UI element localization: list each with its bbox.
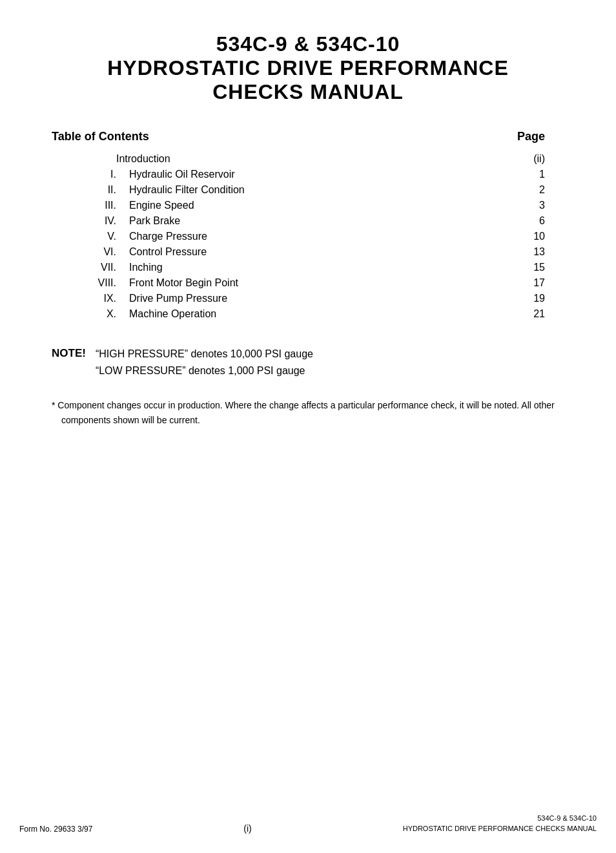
page: 534C-9 & 534C-10 HYDROSTATIC DRIVE PERFO… — [0, 0, 616, 853]
toc-number-4: IV. — [77, 215, 116, 227]
title-section: 534C-9 & 534C-10 HYDROSTATIC DRIVE PERFO… — [52, 32, 564, 104]
note-text: “HIGH PRESSURE” denotes 10,000 PSI gauge… — [96, 346, 313, 379]
toc-text-9: Drive Pump Pressure — [129, 293, 519, 304]
toc-text-8: Front Motor Begin Point — [129, 277, 519, 289]
toc-page-label: Page — [517, 130, 545, 143]
note-label: NOTE! — [52, 347, 86, 360]
toc-entry-4: IV. Park Brake 6 — [52, 215, 564, 227]
toc-number-8: VIII. — [77, 277, 116, 289]
toc-entry-1: I. Hydraulic Oil Reservoir 1 — [52, 169, 564, 180]
footnote-text: * Component changes occur in production.… — [61, 398, 564, 427]
toc-page-8: 17 — [519, 277, 545, 289]
toc-page-2: 2 — [519, 184, 545, 196]
toc-text-1: Hydraulic Oil Reservoir — [129, 169, 519, 180]
title-line2: HYDROSTATIC DRIVE PERFORMANCE — [52, 56, 564, 80]
toc-text-5: Charge Pressure — [129, 231, 519, 242]
toc-number-5: V. — [77, 231, 116, 242]
footer-right-line2: HYDROSTATIC DRIVE PERFORMANCE CHECKS MAN… — [403, 825, 597, 832]
toc-entry-10: X. Machine Operation 21 — [52, 308, 564, 320]
toc-entry-3: III. Engine Speed 3 — [52, 200, 564, 211]
toc-number-2: II. — [77, 184, 116, 196]
toc-header: Table of Contents Page — [52, 130, 564, 143]
footer-page-number: (i) — [243, 823, 251, 834]
toc-page-4: 6 — [519, 215, 545, 227]
toc-page-10: 21 — [519, 308, 545, 320]
note-section: NOTE! “HIGH PRESSURE” denotes 10,000 PSI… — [52, 346, 564, 379]
footnote-section: * Component changes occur in production.… — [52, 398, 564, 427]
toc-text-10: Machine Operation — [129, 308, 519, 320]
title-line3: CHECKS MANUAL — [52, 80, 564, 104]
toc-page-9: 19 — [519, 293, 545, 304]
toc-page-6: 13 — [519, 246, 545, 258]
toc-page-3: 3 — [519, 200, 545, 211]
toc-page-1: 1 — [519, 169, 545, 180]
toc-number-9: IX. — [77, 293, 116, 304]
note-line1: “HIGH PRESSURE” denotes 10,000 PSI gauge — [96, 348, 313, 359]
toc-number-3: III. — [77, 200, 116, 211]
footer-right: 534C-9 & 534C-10 HYDROSTATIC DRIVE PERFO… — [403, 814, 597, 834]
toc-text-6: Control Pressure — [129, 246, 519, 258]
footer: Form No. 29633 3/97 (i) 534C-9 & 534C-10… — [0, 814, 616, 834]
toc-text-3: Engine Speed — [129, 200, 519, 211]
toc-entry-intro: Introduction (ii) — [52, 153, 564, 165]
table-of-contents: Table of Contents Page Introduction (ii)… — [52, 130, 564, 320]
note-line2: “LOW PRESSURE” denotes 1,000 PSI gauge — [96, 365, 305, 376]
toc-text-2: Hydraulic Filter Condition — [129, 184, 519, 196]
toc-text-4: Park Brake — [129, 215, 519, 227]
toc-entry-6: VI. Control Pressure 13 — [52, 246, 564, 258]
toc-entry-7: VII. Inching 15 — [52, 262, 564, 273]
toc-page-7: 15 — [519, 262, 545, 273]
toc-entry-2: II. Hydraulic Filter Condition 2 — [52, 184, 564, 196]
toc-heading: Table of Contents — [52, 130, 149, 143]
footer-form-number: Form No. 29633 3/97 — [19, 825, 92, 834]
toc-entry-9: IX. Drive Pump Pressure 19 — [52, 293, 564, 304]
toc-number-6: VI. — [77, 246, 116, 258]
toc-number-1: I. — [77, 169, 116, 180]
toc-text-7: Inching — [129, 262, 519, 273]
toc-number-10: X. — [77, 308, 116, 320]
toc-number-7: VII. — [77, 262, 116, 273]
toc-entry-8: VIII. Front Motor Begin Point 17 — [52, 277, 564, 289]
toc-intro-page: (ii) — [519, 153, 545, 165]
toc-page-5: 10 — [519, 231, 545, 242]
toc-entry-5: V. Charge Pressure 10 — [52, 231, 564, 242]
toc-intro-text: Introduction — [116, 153, 519, 165]
footer-right-line1: 534C-9 & 534C-10 — [537, 814, 597, 822]
title-line1: 534C-9 & 534C-10 — [52, 32, 564, 56]
